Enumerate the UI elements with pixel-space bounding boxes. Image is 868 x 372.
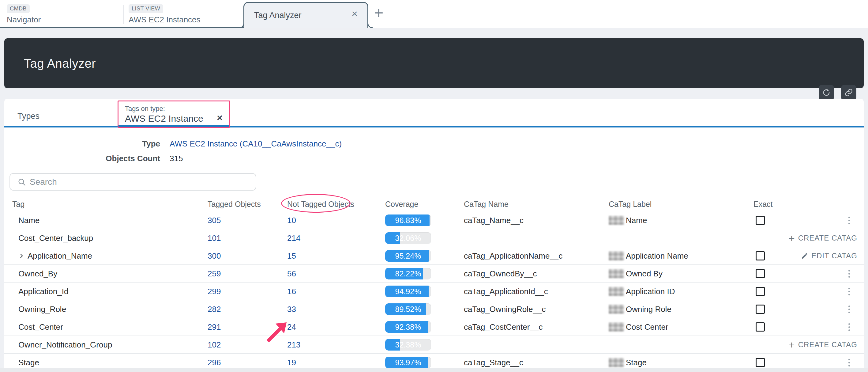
coverage-pill: 89.52% bbox=[385, 303, 431, 315]
create-catag-label: CREATE CATAG bbox=[798, 234, 857, 242]
tagged-objects-link[interactable]: 101 bbox=[208, 233, 221, 243]
row-menu-button[interactable] bbox=[844, 288, 854, 295]
tag-cell: Cost_Center bbox=[19, 318, 63, 336]
tag-name: Stage bbox=[19, 358, 39, 367]
row-menu-button[interactable] bbox=[844, 217, 854, 224]
create-catag-button[interactable]: + CREATE CATAG bbox=[789, 233, 857, 243]
not-tagged-objects-link[interactable]: 33 bbox=[287, 305, 296, 314]
tagged-objects-link[interactable]: 300 bbox=[208, 251, 221, 261]
table-row: Application_Id 299 16 94.92% caTag_Appli… bbox=[4, 283, 864, 300]
not-tagged-objects-link[interactable]: 24 bbox=[287, 322, 296, 332]
expand-chevron-icon[interactable] bbox=[19, 253, 25, 259]
not-tagged-objects-link[interactable]: 10 bbox=[287, 216, 296, 225]
tag-name: Cost_Center_backup bbox=[19, 233, 93, 243]
table-row: Name 305 10 96.83% caTag_Name__c Name + bbox=[4, 211, 864, 229]
workspace-tab-bar: CMDB Navigator LIST VIEW AWS EC2 Instanc… bbox=[0, 0, 868, 28]
copy-link-button[interactable] bbox=[841, 85, 856, 100]
tab-title: AWS EC2 Instances bbox=[129, 15, 200, 25]
tagged-objects-link[interactable]: 282 bbox=[208, 305, 221, 314]
not-tagged-objects-link[interactable]: 213 bbox=[287, 340, 300, 350]
table-row: Owner_Notification_Group 102 213 32.38% bbox=[4, 336, 864, 353]
catag-name-cell: caTag_CostCenter__c bbox=[464, 318, 542, 336]
coverage-cell: 94.92% bbox=[385, 283, 431, 300]
tab-cmdb-navigator[interactable]: CMDB Navigator bbox=[7, 4, 41, 26]
tab-title: Tag Analyzer bbox=[254, 11, 302, 20]
not-tagged-objects-link[interactable]: 16 bbox=[287, 287, 296, 296]
page-header: Tag Analyzer bbox=[4, 38, 864, 88]
plus-icon: + bbox=[789, 340, 795, 350]
coverage-value: 82.22% bbox=[385, 268, 431, 280]
row-action-cell: + CREATE CATAG EDIT CATAG bbox=[747, 283, 857, 300]
column-header-tag: Tag bbox=[12, 200, 25, 209]
tag-name: Owner_Notification_Group bbox=[19, 340, 112, 350]
not-tagged-objects-link[interactable]: 56 bbox=[287, 269, 296, 279]
refresh-button[interactable] bbox=[819, 85, 834, 100]
tagged-objects-cell: 305 bbox=[208, 211, 221, 229]
coverage-pill: 94.92% bbox=[385, 286, 431, 297]
not-tagged-objects-cell: 16 bbox=[287, 283, 296, 300]
not-tagged-objects-link[interactable]: 214 bbox=[287, 233, 300, 243]
tab-list-view-ec2[interactable]: LIST VIEW AWS EC2 Instances bbox=[129, 4, 200, 26]
tagged-objects-link[interactable]: 102 bbox=[208, 340, 221, 350]
search-box[interactable] bbox=[9, 173, 256, 191]
search-input[interactable] bbox=[30, 177, 244, 187]
column-header-tagged-objects: Tagged Objects bbox=[208, 200, 261, 209]
catag-label-redaction bbox=[609, 287, 624, 296]
catag-label: Owning Role bbox=[626, 305, 672, 314]
new-tab-button[interactable]: + bbox=[374, 5, 383, 21]
catag-label-cell: Owning Role bbox=[609, 300, 672, 318]
row-menu-button[interactable] bbox=[844, 270, 854, 278]
coverage-pill: 96.83% bbox=[385, 214, 431, 226]
catag-name-cell: caTag_OwnedBy__c bbox=[464, 265, 537, 283]
tab-close-icon[interactable]: × bbox=[351, 8, 358, 19]
coverage-pill: 82.22% bbox=[385, 268, 431, 280]
tagged-objects-link[interactable]: 296 bbox=[208, 358, 221, 367]
not-tagged-objects-link[interactable]: 15 bbox=[287, 251, 296, 261]
tag-cell: Application_Name bbox=[19, 247, 92, 265]
create-catag-button[interactable]: + CREATE CATAG bbox=[789, 340, 857, 350]
tagged-objects-cell: 299 bbox=[208, 283, 221, 300]
coverage-value: 96.83% bbox=[385, 214, 431, 226]
tab-bar-underline bbox=[0, 27, 244, 28]
chip-close-icon[interactable]: × bbox=[217, 113, 223, 122]
table-row: Application_Name 300 15 95.24% caTag_App… bbox=[4, 247, 864, 265]
tab-types[interactable]: Types bbox=[18, 112, 39, 121]
not-tagged-objects-link[interactable]: 19 bbox=[287, 358, 296, 367]
catag-name: caTag_CostCenter__c bbox=[464, 322, 542, 332]
catag-label-redaction bbox=[609, 251, 624, 260]
type-value-link[interactable]: AWS EC2 Instance (CA10__CaAwsInstance__c… bbox=[169, 139, 342, 149]
not-tagged-objects-cell: 213 bbox=[287, 336, 300, 353]
catag-label-redaction bbox=[609, 358, 624, 367]
catag-label: Name bbox=[626, 216, 647, 225]
catag-label-cell: Cost Center bbox=[609, 318, 669, 336]
edit-catag-button[interactable]: EDIT CATAG bbox=[801, 252, 857, 260]
row-menu-button[interactable] bbox=[844, 359, 854, 367]
tagged-objects-link[interactable]: 291 bbox=[208, 322, 221, 332]
tab-tag-analyzer-active[interactable]: Tag Analyzer × bbox=[243, 2, 368, 28]
coverage-pill: 93.97% bbox=[385, 357, 431, 368]
coverage-cell: 92.38% bbox=[385, 318, 431, 336]
tagged-objects-link[interactable]: 305 bbox=[208, 216, 221, 225]
coverage-pill: 32.38% bbox=[385, 339, 431, 350]
create-catag-label: CREATE CATAG bbox=[798, 340, 857, 349]
not-tagged-objects-cell: 33 bbox=[287, 300, 296, 318]
row-menu-button[interactable] bbox=[844, 306, 854, 313]
tag-cell: Owned_By bbox=[19, 265, 57, 283]
pencil-icon bbox=[801, 252, 808, 260]
coverage-pill: 95.24% bbox=[385, 250, 431, 262]
catag-label-cell: Owned By bbox=[609, 265, 662, 283]
refresh-icon bbox=[822, 88, 831, 97]
coverage-cell: 96.83% bbox=[385, 211, 431, 229]
tagged-objects-link[interactable]: 259 bbox=[208, 269, 221, 279]
tags-on-type-chip[interactable]: Tags on type: AWS EC2 Instance × bbox=[118, 101, 230, 126]
tag-cell: Owning_Role bbox=[19, 300, 66, 318]
catag-name: caTag_ApplicationName__c bbox=[464, 251, 562, 261]
coverage-value: 94.92% bbox=[385, 286, 431, 297]
tagged-objects-link[interactable]: 299 bbox=[208, 287, 221, 296]
column-header-coverage: Coverage bbox=[385, 200, 418, 209]
column-header-exact: Exact bbox=[753, 200, 773, 209]
plus-icon: + bbox=[789, 233, 795, 243]
bottom-edge-strip bbox=[0, 368, 868, 372]
table-header: Tag Tagged Objects Not Tagged Objects Co… bbox=[4, 196, 864, 211]
row-menu-button[interactable] bbox=[844, 323, 854, 331]
